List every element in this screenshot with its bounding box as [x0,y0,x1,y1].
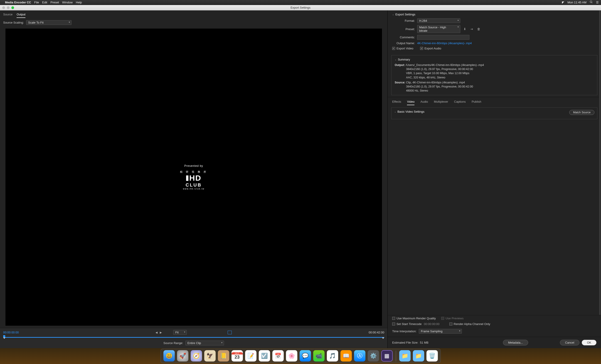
menu-list-icon[interactable]: ☰ [596,1,599,4]
preview-presented-by: Presented by [184,164,203,167]
preview-cjk: 精 研 視 務 所 [180,170,207,174]
set-start-timecode-checkbox[interactable]: Set Start Timecode00:00:00:00 [392,322,439,326]
svg-point-0 [590,1,592,3]
preview-club: CLUB [186,182,202,188]
dock-separator [396,351,396,362]
cancel-button[interactable]: Cancel [560,340,580,345]
mac-menubar: Media Encoder CC File Edit Preset Window… [0,0,601,5]
app-name[interactable]: Media Encoder CC [5,1,31,4]
menu-help[interactable]: Help [76,1,82,4]
chevron-down-icon: ⌄ [395,58,397,61]
tab-audio[interactable]: Audio [420,100,428,105]
spotlight-icon[interactable] [590,0,593,4]
scrollbar[interactable] [599,10,601,315]
media-encoder-icon[interactable]: ▦ [381,350,393,362]
transport-bar: 00:00:00:00 ◀ ▶ Fit 00:00:42:00 Source [0,328,387,348]
facetime-icon[interactable]: 📹 [313,350,325,362]
step-fwd-button[interactable]: ▶ [160,331,162,334]
summary-header[interactable]: ⌄Summary [395,57,594,62]
source-scaling-dropdown[interactable]: Scale To Fit [26,20,71,25]
ibooks-icon[interactable]: 📖 [341,350,352,362]
itunes-icon[interactable]: 🎵 [327,350,338,362]
preview-hd-logo: HD [186,174,201,182]
start-timecode-value: 00:00:00:00 [424,322,440,326]
basic-video-settings: ⌄Basic Video Settings Match Source [391,107,597,119]
zoom-dropdown[interactable]: Fit [173,330,187,335]
output-name-label: Output Name: [392,41,415,45]
trash-icon[interactable]: 🗑️ [426,350,438,362]
settings-icon[interactable]: ⚙️ [368,350,379,362]
source-range-label: Source Range: [163,341,183,345]
notes-icon[interactable]: 📝 [245,350,256,362]
import-preset-icon[interactable]: ⇥ [469,27,474,31]
photos-icon[interactable]: 🌸 [286,350,297,362]
video-preview: Presented by 精 研 視 務 所 HD CLUB www.HD.Cl… [5,29,382,326]
settings-pane: ⌄Export Settings Format: H.264 Preset: M… [388,10,601,348]
current-timecode[interactable]: 00:00:00:00 [3,331,19,334]
menu-preset[interactable]: Preset [50,1,59,4]
safari-icon[interactable]: 🧭 [191,350,202,362]
export-settings-header[interactable]: ⌄Export Settings [392,13,596,16]
chevron-down-icon: ⌄ [394,110,396,113]
use-previews-checkbox: Use Previews [441,317,463,320]
summary-box: ⌄Summary Output: /Users/_Documents/4K-Ch… [391,55,597,95]
source-range-dropdown[interactable]: Entire Clip [185,341,224,345]
time-interp-dropdown[interactable]: Frame Sampling [419,329,462,334]
tab-source[interactable]: Source [3,13,12,18]
safe-margins-icon[interactable] [228,331,232,334]
step-back-button[interactable]: ◀ [155,331,158,334]
out-point[interactable] [382,337,384,339]
time-interp-label: Time Interpolation: [392,330,416,333]
in-point[interactable] [3,337,5,339]
mail-icon[interactable]: 🦅 [204,350,216,362]
export-video-checkbox[interactable]: Export Video [392,47,413,50]
menu-window[interactable]: Window [62,1,73,4]
tab-multiplexer[interactable]: Multiplexer [434,100,448,105]
appstore-icon[interactable]: Ⓐ [354,350,365,362]
tab-video[interactable]: Video [407,100,414,105]
estimated-file-size: Estimated File Size: 51 MB [392,341,501,344]
calendar-icon[interactable]: OCT23 [231,350,243,362]
downloads-folder-icon[interactable]: 📁 [413,350,424,362]
preset-dropdown[interactable]: Match Source - High bitrate [417,25,460,33]
output-name-link[interactable]: 4K-Chimei-inn-60mbps (4ksamples)-.mp4 [417,41,472,45]
notification-icon[interactable]: ◤ [562,1,564,4]
tab-output[interactable]: Output [17,13,25,18]
delete-preset-icon[interactable]: 🗑 [476,27,481,31]
timeline[interactable] [3,336,384,338]
format-label: Format: [392,19,415,22]
photos-grid-icon[interactable]: 📅 [272,350,284,362]
applications-folder-icon[interactable]: 📁 [399,350,411,362]
menu-file[interactable]: File [34,1,39,4]
comments-input[interactable] [417,35,469,40]
reminders-icon[interactable]: ☑️ [259,350,270,362]
window-title: Export Settings [0,6,601,9]
comments-label: Comments: [392,36,415,39]
tab-publish[interactable]: Publish [472,100,481,105]
duration-timecode: 00:00:42:00 [369,331,384,334]
match-source-button[interactable]: Match Source [569,110,594,115]
export-audio-checkbox[interactable]: Export Audio [420,47,441,50]
bvs-header[interactable]: ⌄Basic Video Settings [394,110,424,113]
finder-icon[interactable]: 😃 [163,350,175,362]
preview-url: www.HD.Club.tw [183,188,204,190]
render-alpha-checkbox[interactable]: Render Alpha Channel Only [449,322,490,326]
preset-label: Preset: [392,28,415,31]
messages-icon[interactable]: 💬 [300,350,311,362]
window-titlebar: Export Settings [0,5,601,10]
max-render-quality-checkbox[interactable]: Use Maximum Render Quality [392,317,436,320]
svg-line-1 [592,2,592,3]
format-dropdown[interactable]: H.264 [417,18,460,23]
tab-captions[interactable]: Captions [454,100,466,105]
save-preset-icon[interactable]: ⬇ [462,27,467,31]
source-scaling-label: Source Scaling: [3,21,24,24]
ok-button[interactable]: OK [582,340,596,345]
clock[interactable]: Mon 11:45 AM [567,1,586,4]
desktop-background: 😃 🚀 🧭 🦅 📒 OCT23 📝 ☑️ 📅 🌸 💬 📹 🎵 📖 Ⓐ ⚙️ ▦ … [0,348,601,364]
metadata-button[interactable]: Metadata... [503,340,528,345]
contacts-icon[interactable]: 📒 [218,350,229,362]
tab-effects[interactable]: Effects [392,100,401,105]
dock: 😃 🚀 🧭 🦅 📒 OCT23 📝 ☑️ 📅 🌸 💬 📹 🎵 📖 Ⓐ ⚙️ ▦ … [160,349,441,363]
launchpad-icon[interactable]: 🚀 [177,350,188,362]
menu-edit[interactable]: Edit [42,1,47,4]
